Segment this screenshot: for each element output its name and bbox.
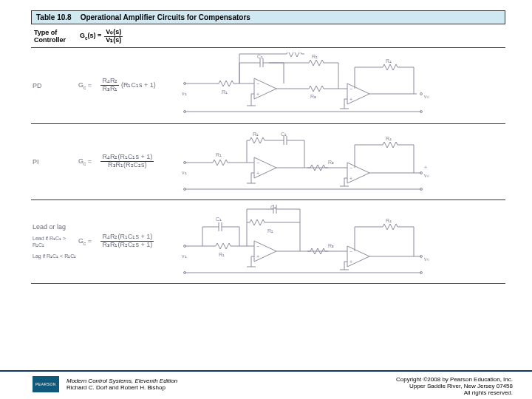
- svg-text:R₃: R₃: [328, 243, 334, 248]
- pd-den: R₃R₁: [100, 86, 119, 93]
- table-title: Operational Amplifier Circuits for Compe…: [81, 13, 250, 21]
- pd-label: PD: [33, 82, 78, 89]
- row-leadlag: Lead or lag Lead if R₁C₁ > R₂C₂ Lag if R…: [31, 200, 505, 284]
- pi-den: R₃R₁(R₂C₂s): [100, 162, 154, 169]
- copyright-l2: Upper Saddle River, New Jersey 07458: [396, 383, 513, 389]
- gc-arg: (s) =: [88, 32, 102, 39]
- tf-den: V₁(s): [104, 37, 123, 44]
- svg-text:R₄: R₄: [386, 218, 392, 223]
- svg-text:C₁: C₁: [257, 54, 263, 59]
- copyright-l1: Copyright ©2008 by Pearson Education, In…: [396, 376, 513, 383]
- svg-text:R₂: R₂: [312, 54, 318, 59]
- row-pd: PD Gc = R₄R₂ R₃R₁ (R₁C₁s + 1) v₁ R₁ C₁ R…: [31, 48, 505, 124]
- gc-g: G: [80, 32, 85, 39]
- svg-text:R₁: R₁: [216, 152, 222, 157]
- ll-cond1: Lead if R₁C₁ > R₂C₂: [33, 235, 78, 248]
- pi-label: PI: [33, 158, 78, 166]
- ll-circuit: v₁ R₁ C₁ R₂ C₂ R₃ R₄ v₀: [180, 205, 504, 279]
- pi-circuit: v₁ R₁ R₂ C₂ R₃ R₄ +v₀: [180, 129, 504, 195]
- svg-text:R₃: R₃: [328, 160, 334, 165]
- pd-circuit: v₁ R₁ C₁ R₂ R₃ R₄ v₀: [180, 52, 504, 119]
- svg-text:v₀: v₀: [424, 94, 429, 99]
- table-header: Table 10.8 Operational Amplifier Circuit…: [31, 10, 505, 24]
- ll-den: R₃R₁(R₂C₂s + 1): [100, 242, 154, 249]
- svg-text:C₂: C₂: [281, 132, 287, 137]
- row-pi: PI Gc = R₄R₂(R₁C₁s + 1) R₃R₁(R₂C₂s) v₁ R…: [31, 124, 505, 200]
- svg-text:R₃: R₃: [310, 94, 316, 99]
- column-headers: Type of Controller Gc(s) = V₀(s) V₁(s): [31, 24, 505, 48]
- svg-text:C₁: C₁: [216, 216, 222, 222]
- footer: PEARSON Modern Control Systems, Eleventh…: [0, 370, 532, 396]
- svg-text:R₄: R₄: [386, 58, 392, 64]
- svg-text:v₀: v₀: [424, 256, 429, 262]
- svg-text:v₁: v₁: [182, 170, 187, 175]
- col1-l1: Type of: [34, 29, 80, 36]
- pd-tail: (R₁C₁s + 1): [121, 81, 156, 89]
- svg-text:R₂: R₂: [267, 228, 273, 233]
- svg-text:v₁: v₁: [182, 91, 187, 96]
- svg-text:R₄: R₄: [386, 136, 392, 141]
- pearson-logo: PEARSON: [33, 376, 59, 392]
- copyright-l3: All rights reserved.: [396, 389, 513, 396]
- ll-label: Lead or lag: [33, 223, 78, 231]
- book-authors: Richard C. Dorf and Robert H. Bishop: [66, 384, 177, 391]
- svg-text:v₀: v₀: [424, 173, 429, 178]
- svg-text:R₁: R₁: [222, 89, 228, 95]
- table-number: Table 10.8: [36, 13, 72, 21]
- ll-cond2: Lag if R₁C₁ < R₂C₂: [33, 253, 78, 259]
- book-title: Modern Control Systems, Eleventh Edition: [66, 378, 177, 384]
- svg-text:R₂: R₂: [253, 132, 259, 137]
- svg-text:C₂: C₂: [270, 205, 276, 210]
- svg-text:v₁: v₁: [182, 253, 187, 259]
- col1-l2: Controller: [34, 36, 80, 44]
- svg-text:R₁: R₁: [219, 252, 225, 257]
- svg-text:+: +: [424, 165, 427, 170]
